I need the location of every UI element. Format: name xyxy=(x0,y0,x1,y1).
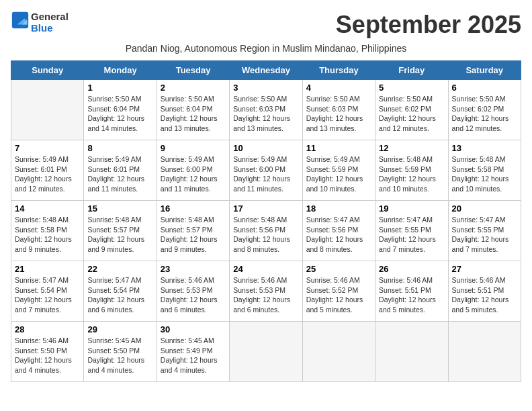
day-cell: 11Sunrise: 5:49 AMSunset: 5:59 PMDayligh… xyxy=(302,140,375,201)
week-row-3: 14Sunrise: 5:48 AMSunset: 5:58 PMDayligh… xyxy=(11,201,521,261)
day-cell: 25Sunrise: 5:46 AMSunset: 5:52 PMDayligh… xyxy=(302,261,375,322)
day-cell: 29Sunrise: 5:45 AMSunset: 5:50 PMDayligh… xyxy=(84,322,157,382)
header-row: SundayMondayTuesdayWednesdayThursdayFrid… xyxy=(11,61,521,80)
day-cell: 23Sunrise: 5:46 AMSunset: 5:53 PMDayligh… xyxy=(157,261,229,322)
day-number: 21 xyxy=(15,264,80,274)
day-number: 12 xyxy=(379,143,444,153)
logo-icon xyxy=(11,11,30,30)
header-saturday: Saturday xyxy=(448,61,521,80)
day-number: 15 xyxy=(87,203,152,214)
header-friday: Friday xyxy=(375,61,448,80)
day-cell: 19Sunrise: 5:47 AMSunset: 5:55 PMDayligh… xyxy=(375,201,448,261)
day-number: 30 xyxy=(161,324,226,334)
day-info: Sunrise: 5:47 AMSunset: 5:56 PMDaylight:… xyxy=(306,215,371,255)
day-number: 3 xyxy=(233,83,298,93)
day-cell: 6Sunrise: 5:50 AMSunset: 6:02 PMDaylight… xyxy=(448,80,521,140)
day-number: 2 xyxy=(161,83,226,93)
day-number: 7 xyxy=(15,143,80,153)
day-info: Sunrise: 5:47 AMSunset: 5:54 PMDaylight:… xyxy=(87,275,152,315)
day-number: 17 xyxy=(233,203,298,214)
day-number: 29 xyxy=(87,324,152,334)
day-info: Sunrise: 5:50 AMSunset: 6:02 PMDaylight:… xyxy=(379,94,444,134)
day-cell: 22Sunrise: 5:47 AMSunset: 5:54 PMDayligh… xyxy=(84,261,157,322)
day-info: Sunrise: 5:46 AMSunset: 5:51 PMDaylight:… xyxy=(452,275,517,315)
day-info: Sunrise: 5:49 AMSunset: 5:59 PMDaylight:… xyxy=(306,154,371,194)
day-info: Sunrise: 5:47 AMSunset: 5:55 PMDaylight:… xyxy=(379,215,444,255)
day-number: 22 xyxy=(87,264,152,274)
calendar-header: SundayMondayTuesdayWednesdayThursdayFrid… xyxy=(11,61,521,80)
day-cell: 13Sunrise: 5:48 AMSunset: 5:58 PMDayligh… xyxy=(448,140,521,201)
day-info: Sunrise: 5:49 AMSunset: 6:00 PMDaylight:… xyxy=(161,154,226,194)
calendar-table: SundayMondayTuesdayWednesdayThursdayFrid… xyxy=(11,60,521,382)
day-info: Sunrise: 5:48 AMSunset: 5:57 PMDaylight:… xyxy=(161,215,226,255)
day-number: 20 xyxy=(452,203,517,214)
location-subtitle: Pandan Niog, Autonomous Region in Muslim… xyxy=(11,43,521,54)
day-number: 8 xyxy=(87,143,152,153)
day-info: Sunrise: 5:47 AMSunset: 5:55 PMDaylight:… xyxy=(452,215,517,255)
header-wednesday: Wednesday xyxy=(230,61,302,80)
day-info: Sunrise: 5:49 AMSunset: 6:01 PMDaylight:… xyxy=(15,154,80,194)
day-cell: 17Sunrise: 5:48 AMSunset: 5:56 PMDayligh… xyxy=(230,201,302,261)
day-number: 13 xyxy=(452,143,517,153)
day-info: Sunrise: 5:48 AMSunset: 5:59 PMDaylight:… xyxy=(379,154,444,194)
day-cell: 27Sunrise: 5:46 AMSunset: 5:51 PMDayligh… xyxy=(448,261,521,322)
week-row-1: 1Sunrise: 5:50 AMSunset: 6:04 PMDaylight… xyxy=(11,80,521,140)
day-cell: 15Sunrise: 5:48 AMSunset: 5:57 PMDayligh… xyxy=(84,201,157,261)
day-cell xyxy=(302,322,375,382)
day-number: 9 xyxy=(161,143,226,153)
day-info: Sunrise: 5:46 AMSunset: 5:53 PMDaylight:… xyxy=(233,275,298,315)
day-info: Sunrise: 5:50 AMSunset: 6:03 PMDaylight:… xyxy=(233,94,298,134)
day-number: 19 xyxy=(379,203,444,214)
day-info: Sunrise: 5:48 AMSunset: 5:58 PMDaylight:… xyxy=(15,215,80,255)
logo: General Blue xyxy=(11,11,69,34)
day-info: Sunrise: 5:46 AMSunset: 5:52 PMDaylight:… xyxy=(306,275,371,315)
day-info: Sunrise: 5:50 AMSunset: 6:04 PMDaylight:… xyxy=(87,94,152,134)
day-cell: 24Sunrise: 5:46 AMSunset: 5:53 PMDayligh… xyxy=(230,261,302,322)
month-title: September 2025 xyxy=(336,11,521,39)
day-number: 5 xyxy=(379,83,444,93)
header-thursday: Thursday xyxy=(302,61,375,80)
day-info: Sunrise: 5:50 AMSunset: 6:03 PMDaylight:… xyxy=(306,94,371,134)
day-info: Sunrise: 5:46 AMSunset: 5:50 PMDaylight:… xyxy=(15,336,80,375)
day-info: Sunrise: 5:50 AMSunset: 6:02 PMDaylight:… xyxy=(452,94,517,134)
day-number: 16 xyxy=(161,203,226,214)
day-info: Sunrise: 5:49 AMSunset: 6:01 PMDaylight:… xyxy=(87,154,152,194)
day-cell: 12Sunrise: 5:48 AMSunset: 5:59 PMDayligh… xyxy=(375,140,448,201)
header-tuesday: Tuesday xyxy=(157,61,229,80)
day-info: Sunrise: 5:45 AMSunset: 5:50 PMDaylight:… xyxy=(87,336,152,375)
day-cell xyxy=(230,322,302,382)
day-number: 18 xyxy=(306,203,371,214)
calendar-body: 1Sunrise: 5:50 AMSunset: 6:04 PMDaylight… xyxy=(11,80,521,382)
day-number: 24 xyxy=(233,264,298,274)
day-cell xyxy=(448,322,521,382)
month-title-section: September 2025 xyxy=(336,11,521,39)
day-number: 23 xyxy=(161,264,226,274)
day-info: Sunrise: 5:48 AMSunset: 5:58 PMDaylight:… xyxy=(452,154,517,194)
day-number: 26 xyxy=(379,264,444,274)
day-number: 14 xyxy=(15,203,80,214)
day-info: Sunrise: 5:46 AMSunset: 5:51 PMDaylight:… xyxy=(379,275,444,315)
header-monday: Monday xyxy=(84,61,157,80)
header-sunday: Sunday xyxy=(11,61,84,80)
week-row-4: 21Sunrise: 5:47 AMSunset: 5:54 PMDayligh… xyxy=(11,261,521,322)
day-number: 27 xyxy=(452,264,517,274)
day-info: Sunrise: 5:46 AMSunset: 5:53 PMDaylight:… xyxy=(161,275,226,315)
day-cell: 16Sunrise: 5:48 AMSunset: 5:57 PMDayligh… xyxy=(157,201,229,261)
day-info: Sunrise: 5:49 AMSunset: 6:00 PMDaylight:… xyxy=(233,154,298,194)
day-cell: 2Sunrise: 5:50 AMSunset: 6:04 PMDaylight… xyxy=(157,80,229,140)
day-number: 11 xyxy=(306,143,371,153)
day-number: 1 xyxy=(87,83,152,93)
svg-rect-0 xyxy=(12,12,28,28)
day-cell: 14Sunrise: 5:48 AMSunset: 5:58 PMDayligh… xyxy=(11,201,84,261)
day-cell: 1Sunrise: 5:50 AMSunset: 6:04 PMDaylight… xyxy=(84,80,157,140)
day-cell: 9Sunrise: 5:49 AMSunset: 6:00 PMDaylight… xyxy=(157,140,229,201)
day-cell: 28Sunrise: 5:46 AMSunset: 5:50 PMDayligh… xyxy=(11,322,84,382)
week-row-2: 7Sunrise: 5:49 AMSunset: 6:01 PMDaylight… xyxy=(11,140,521,201)
week-row-5: 28Sunrise: 5:46 AMSunset: 5:50 PMDayligh… xyxy=(11,322,521,382)
day-cell: 3Sunrise: 5:50 AMSunset: 6:03 PMDaylight… xyxy=(230,80,302,140)
day-cell: 26Sunrise: 5:46 AMSunset: 5:51 PMDayligh… xyxy=(375,261,448,322)
day-number: 10 xyxy=(233,143,298,153)
day-number: 25 xyxy=(306,264,371,274)
day-cell: 30Sunrise: 5:45 AMSunset: 5:49 PMDayligh… xyxy=(157,322,229,382)
day-number: 6 xyxy=(452,83,517,93)
